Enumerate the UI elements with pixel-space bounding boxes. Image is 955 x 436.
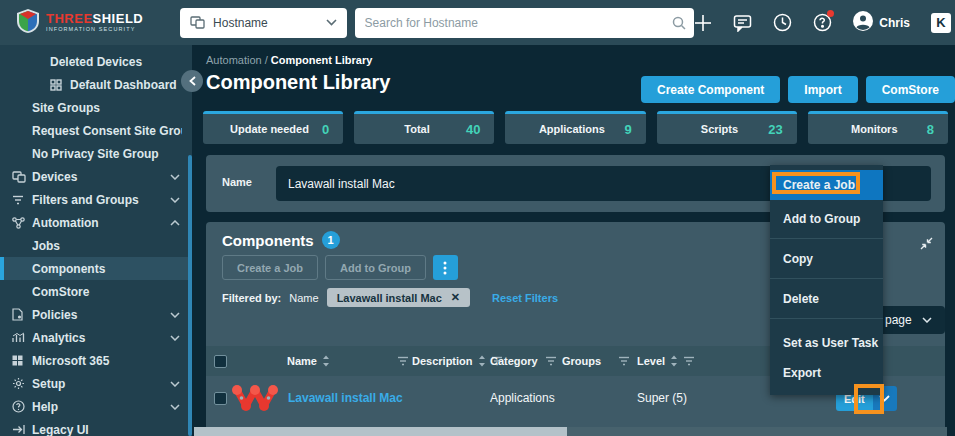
sidebar-item-microsoft-365[interactable]: Microsoft 365 (0, 349, 192, 372)
policies-icon (12, 308, 32, 321)
sidebar-item-deleted-devices[interactable]: Deleted Devices (0, 50, 192, 73)
stat-card-scripts[interactable]: Scripts 23 (657, 111, 797, 144)
main-content: Automation / Component Library Component… (192, 45, 955, 436)
page-size-label: page (885, 313, 912, 327)
category-filter-icon[interactable] (545, 346, 557, 376)
scrollbar-thumb[interactable] (194, 427, 567, 436)
page-size-dropdown[interactable]: page (875, 306, 945, 334)
history-clock-icon[interactable] (773, 13, 792, 32)
comstore-button[interactable]: ComStore (866, 76, 955, 103)
sidebar-item-filters-and-groups[interactable]: Filters and Groups (0, 188, 192, 211)
chevron-down-icon (170, 404, 182, 410)
create-job-button[interactable]: Create a Job (222, 255, 318, 280)
sort-icon[interactable] (322, 355, 330, 367)
reset-filters-link[interactable]: Reset Filters (492, 292, 558, 304)
sort-icon[interactable] (478, 355, 486, 367)
stat-card-total[interactable]: Total 40 (354, 111, 494, 144)
component-logo (230, 376, 280, 420)
menu-item-set-as-user-task[interactable]: Set as User Task (770, 329, 883, 356)
sidebar-item-help[interactable]: Help (0, 395, 192, 418)
sidebar-item-no-privacy-site-group[interactable]: No Privacy Site Group (0, 142, 192, 165)
sidebar-item-default-dashboard[interactable]: Default Dashboard (0, 73, 192, 96)
sidebar-item-automation[interactable]: Automation (0, 211, 192, 234)
device-icon (190, 16, 205, 29)
component-level-cell: Super (5) (637, 376, 687, 420)
name-filter-icon[interactable] (397, 346, 409, 376)
components-actions: Create a Job Add to Group (222, 255, 458, 280)
menu-item-create-a-job[interactable]: Create a Job (770, 170, 883, 200)
sidebar-item-components[interactable]: Components (0, 257, 192, 280)
chevron-down-icon (170, 335, 182, 341)
import-button[interactable]: Import (788, 76, 857, 103)
sidebar-item-jobs[interactable]: Jobs (0, 234, 192, 257)
filter-icon (12, 195, 32, 205)
remove-filter-icon[interactable]: ✕ (451, 291, 460, 304)
breadcrumb-parent[interactable]: Automation (206, 54, 262, 66)
help-icon[interactable] (813, 13, 832, 32)
column-header-level[interactable]: Level (637, 346, 695, 376)
column-header-category[interactable]: Category (490, 346, 538, 376)
groups-filter-icon[interactable] (618, 346, 630, 376)
sort-icon[interactable] (670, 355, 678, 367)
select-all-checkbox[interactable] (214, 355, 227, 368)
stat-value: 40 (466, 122, 480, 137)
sidebar-collapse-button[interactable] (181, 70, 203, 92)
messages-icon[interactable] (733, 14, 752, 32)
stat-card-update-needed[interactable]: Update needed 0 (203, 111, 343, 144)
analytics-icon (12, 332, 32, 343)
microsoft-icon (12, 355, 32, 366)
sidebar-item-setup[interactable]: Setup (0, 372, 192, 395)
components-heading: Components 1 (222, 231, 340, 249)
chevron-down-icon (170, 312, 182, 318)
horizontal-scrollbar[interactable] (194, 427, 947, 436)
sidebar-item-label: Automation (32, 216, 170, 230)
stats-row: Update needed 0 Total 40 Applications 9 … (203, 111, 948, 144)
sidebar-item-devices[interactable]: Devices (0, 165, 192, 188)
sidebar-item-label: Help (32, 400, 170, 414)
filter-chip-text: Lavawall install Mac (337, 292, 442, 304)
filtered-by-row: Filtered by: Name Lavawall install Mac ✕… (222, 288, 558, 307)
app-window: THREESHIELD INFORMATION SECURITY Hostnam… (0, 0, 955, 436)
menu-item-export[interactable]: Export (770, 359, 883, 386)
more-actions-kebab-button[interactable] (433, 255, 458, 280)
kaseya-badge[interactable]: K (931, 13, 951, 33)
column-header-description[interactable]: Description (412, 346, 503, 376)
sidebar-item-site-groups[interactable]: Site Groups (0, 96, 192, 119)
sidebar-item-analytics[interactable]: Analytics (0, 326, 192, 349)
brand-name-white: SHIELD (93, 11, 144, 26)
devices-icon (12, 171, 32, 183)
sidebar-item-legacy-ui[interactable]: Legacy UI (0, 418, 192, 436)
filter-chip[interactable]: Lavawall install Mac ✕ (327, 288, 470, 307)
stat-card-monitors[interactable]: Monitors 8 (808, 111, 948, 144)
search-icon[interactable] (672, 16, 686, 30)
row-checkbox[interactable] (214, 392, 227, 405)
sidebar-item-policies[interactable]: Policies (0, 303, 192, 326)
column-label: Groups (562, 355, 601, 367)
stat-value: 8 (927, 122, 934, 137)
column-header-groups[interactable]: Groups (562, 346, 601, 376)
sidebar-scrollbar[interactable] (188, 155, 192, 436)
chevron-down-icon (170, 197, 182, 203)
menu-item-delete[interactable]: Delete (770, 285, 883, 312)
collapse-panel-icon[interactable] (920, 236, 933, 254)
add-to-group-button[interactable]: Add to Group (325, 255, 426, 280)
menu-item-copy[interactable]: Copy (770, 245, 883, 272)
column-label: Name (287, 355, 317, 367)
menu-item-add-to-group[interactable]: Add to Group (770, 205, 883, 232)
column-header-name[interactable]: Name (287, 346, 330, 376)
sidebar-item-request-consent-site-group[interactable]: Request Consent Site Group (0, 119, 192, 142)
hostname-dropdown[interactable]: Hostname (180, 8, 346, 38)
sidebar-item-label: Jobs (32, 239, 182, 253)
breadcrumb-current: Component Library (271, 54, 372, 66)
search-input[interactable] (363, 15, 673, 31)
dashboard-grid-icon (50, 79, 70, 91)
user-menu[interactable]: Chris (853, 11, 910, 35)
external-arrow-icon (12, 424, 32, 435)
add-icon[interactable] (694, 14, 712, 32)
menu-divider (770, 238, 883, 239)
create-component-button[interactable]: Create Component (641, 76, 780, 103)
sidebar-item-comstore[interactable]: ComStore (0, 280, 192, 303)
component-name-link[interactable]: Lavawall install Mac (288, 376, 403, 420)
stat-card-applications[interactable]: Applications 9 (505, 111, 645, 144)
level-filter-icon[interactable] (683, 356, 695, 366)
